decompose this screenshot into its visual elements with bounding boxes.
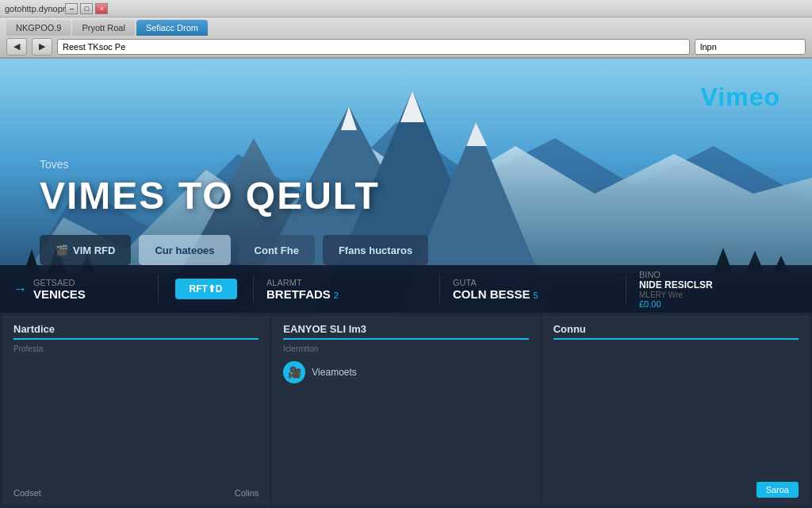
panel-content-2: 🎥 Vieamoets	[283, 361, 528, 383]
strip-title-5: BINO	[639, 270, 799, 279]
content-strip: → GetSaed VENICES RFT⬆D Alarmt BRETFADS …	[0, 265, 812, 313]
strip-title-1: GetSaed	[33, 278, 86, 287]
back-button[interactable]: ◀	[6, 38, 27, 56]
strip-value-1: VENICES	[33, 287, 86, 301]
strip-item-2: RFT⬆D	[159, 275, 254, 302]
vimeo-logo: Vimeo	[701, 83, 780, 112]
panel-subtitle-2: Iclermtton	[283, 344, 528, 353]
panel-action-button-3[interactable]: Saroa	[756, 482, 799, 498]
panel-title-1: Nartdice	[13, 323, 259, 340]
panel-footer-left-1: Codset	[13, 488, 41, 498]
main-content: Vimeo Toves VIMES TO QEULT 🎬 VIM RFD Cur…	[0, 59, 812, 508]
strip-item-4: Guta COLN BESSE 5	[440, 275, 626, 304]
browser-chrome: NKGPOO.9 Pryott Roal Sefiacc Drom ◀ ▶	[0, 17, 812, 59]
camera-icon: 🎥	[288, 366, 301, 379]
hero-nav-btn-ffans[interactable]: Ffans huctaros	[323, 235, 428, 265]
strip-price-5: £0.00	[639, 299, 799, 309]
nav-bar: ◀ ▶	[0, 36, 812, 57]
minimize-button[interactable]: –	[65, 3, 78, 14]
strip-item-3: Alarmt BRETFADS 2	[254, 275, 440, 304]
panel-item-text-2: Vieamoets	[312, 367, 356, 378]
strip-title-4: Guta	[453, 278, 613, 287]
address-bar[interactable]	[57, 39, 690, 55]
strip-item-5: BINO NIDE RESICLSR MLERY Wre £0.00	[626, 267, 812, 312]
strip-title-3: Alarmt	[266, 278, 427, 287]
hero-subtitle: Toves	[40, 158, 380, 171]
strip-rftp-button[interactable]: RFT⬆D	[175, 279, 237, 299]
search-input[interactable]	[695, 39, 806, 55]
panel-subtitle-1: Profesta	[13, 344, 259, 353]
forward-button[interactable]: ▶	[32, 38, 52, 56]
tab-sefiacc[interactable]: Sefiacc Drom	[136, 20, 208, 36]
panel-connu: Connu Saroa	[542, 315, 810, 506]
video-panel-icon: 🎥	[283, 361, 305, 383]
panel-footer-1: Codset Colins	[13, 488, 259, 498]
hero-nav-btn-contfhe[interactable]: Cont Fhe	[239, 235, 315, 265]
strip-value-4: COLN BESSE	[453, 287, 530, 301]
tab-nkgpoo[interactable]: NKGPOO.9	[6, 20, 71, 36]
panel-nartdice: Nartdice Profesta Codset Colins	[2, 315, 270, 506]
hero-section: Vimeo Toves VIMES TO QEULT 🎬 VIM RFD Cur…	[0, 59, 812, 313]
close-button[interactable]: ×	[95, 3, 108, 14]
title-bar: gotohttp.dynopr – □ ×	[0, 0, 812, 17]
strip-num-3: 2	[334, 291, 339, 300]
panel-eanyoe: EANYOE SLI Im3 Iclermtton 🎥 Vieamoets	[272, 315, 539, 506]
hero-nav-buttons: 🎬 VIM RFD Cur hateoes Cont Fhe Ffans huc…	[40, 235, 428, 265]
maximize-button[interactable]: □	[80, 3, 93, 14]
strip-value-3: BRETFADS	[266, 287, 331, 301]
strip-arrow-icon: →	[13, 281, 27, 298]
bottom-panels: Nartdice Profesta Codset Colins EANYOE S…	[0, 313, 812, 508]
title-bar-buttons: – □ ×	[65, 3, 108, 14]
strip-sub-5: MLERY Wre	[639, 291, 799, 299]
strip-num-4: 5	[534, 291, 538, 300]
strip-value-5: NIDE RESICLSR	[639, 279, 799, 291]
hero-nav-btn-curhateoes[interactable]: Cur hateoes	[139, 235, 230, 265]
panel-title-3: Connu	[553, 323, 799, 340]
hero-title: VIMES TO QEULT	[40, 174, 380, 217]
video-icon: 🎬	[56, 244, 68, 256]
hero-nav-btn-vimrfd[interactable]: 🎬 VIM RFD	[40, 235, 131, 265]
tab-pryott[interactable]: Pryott Roal	[72, 20, 134, 36]
title-bar-text: gotohttp.dynopr	[5, 4, 65, 13]
panel-title-2: EANYOE SLI Im3	[283, 323, 528, 340]
tab-bar: NKGPOO.9 Pryott Roal Sefiacc Drom	[0, 17, 812, 36]
strip-item-1: → GetSaed VENICES	[0, 275, 159, 304]
hero-text: Toves VIMES TO QEULT	[40, 158, 380, 217]
panel-footer-right-1: Colins	[235, 488, 259, 498]
